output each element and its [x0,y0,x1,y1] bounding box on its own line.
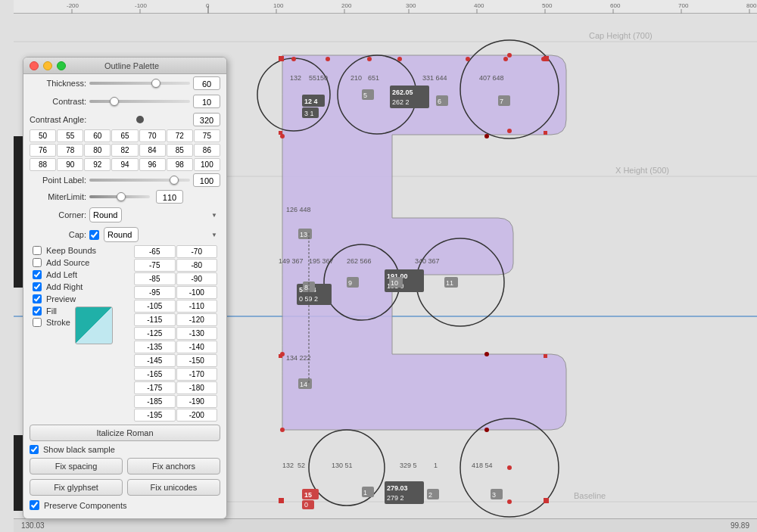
num-cell[interactable]: 82 [111,144,138,157]
neg-cell[interactable]: -190 [176,395,218,408]
num-cell[interactable]: 80 [84,144,111,157]
fix-spacing-button[interactable]: Fix spacing [30,458,123,474]
neg-cell[interactable]: -150 [176,354,218,367]
num-cell[interactable]: 94 [111,158,138,171]
num-cell[interactable]: 98 [167,158,193,171]
add-left-checkbox[interactable] [33,270,42,279]
show-black-checkbox[interactable] [30,445,39,454]
neg-cell[interactable]: -85 [134,272,176,285]
num-cell[interactable]: 55 [57,129,83,142]
neg-cell[interactable]: -100 [176,286,218,299]
svg-rect-78 [279,498,284,503]
num-cell[interactable]: 96 [139,158,166,171]
angle-indicator[interactable] [136,116,144,123]
num-cell[interactable]: 84 [139,144,166,157]
thickness-slider[interactable] [89,82,190,85]
add-source-checkbox[interactable] [33,258,42,267]
point-label-value[interactable]: 100 [193,173,220,187]
cap-select[interactable]: Round Butt Square [104,227,139,242]
add-right-label: Add Right [46,282,83,291]
miter-limit-slider[interactable] [89,195,150,198]
cap-checkbox[interactable] [89,230,99,240]
svg-point-95 [507,499,512,504]
fix-glyphset-button[interactable]: Fix glyphset [30,479,123,496]
svg-point-98 [280,134,285,138]
preview-checkbox[interactable] [33,294,42,303]
point-label-slider[interactable] [89,179,190,182]
miter-limit-row: MiterLimit: 110 [23,188,226,205]
neg-cell[interactable]: -130 [176,327,218,340]
close-button[interactable] [30,61,39,70]
contrast-angle-row: Contrast Angle: 320 [23,110,226,129]
contrast-label: Contrast: [30,97,86,106]
neg-cell[interactable]: -110 [176,300,218,313]
neg-cell[interactable]: -180 [176,381,218,394]
neg-cell[interactable]: -80 [176,259,218,272]
neg-cell[interactable]: -95 [134,286,176,299]
num-cell[interactable]: 65 [111,129,138,142]
neg-cell[interactable]: -70 [176,245,218,258]
neg-cell[interactable]: -200 [176,409,218,422]
keep-bounds-checkbox[interactable] [33,246,42,255]
neg-cell[interactable]: -65 [134,245,176,258]
miter-limit-value[interactable]: 110 [156,190,183,204]
neg-cell[interactable]: -135 [134,341,176,353]
neg-cell[interactable]: -90 [176,272,218,285]
keep-bounds-label: Keep Bounds [46,246,96,255]
svg-rect-77 [279,56,284,61]
fill-checkbox[interactable] [33,306,42,316]
corner-select[interactable]: Round Miter Bevel [89,207,122,222]
num-cell[interactable]: 72 [167,129,193,142]
neg-cell[interactable]: -75 [134,259,176,272]
num-cell[interactable]: 78 [57,144,83,157]
svg-text:7: 7 [500,98,503,105]
main-content-area: Keep Bounds Add Source Add Left Add Righ… [23,244,226,422]
svg-text:262.05: 262.05 [392,89,413,96]
num-cell[interactable]: 60 [84,129,111,142]
fix-unicodes-button[interactable]: Fix unicodes [127,479,220,496]
svg-text:6: 6 [438,98,441,105]
num-cell[interactable]: 88 [30,158,56,171]
num-cell[interactable]: 92 [84,158,111,171]
neg-cell[interactable]: -105 [134,300,176,313]
thickness-value[interactable]: 60 [193,76,220,90]
num-cell[interactable]: 100 [194,158,220,171]
num-cell[interactable]: 76 [30,144,56,157]
svg-text:12 4: 12 4 [304,98,318,105]
neg-cell[interactable]: -185 [134,395,176,408]
neg-cell[interactable]: -125 [134,327,176,340]
neg-cell[interactable]: -115 [134,313,176,326]
neg-cell[interactable]: -120 [176,313,218,326]
svg-text:400: 400 [474,2,484,9]
add-right-checkbox[interactable] [33,282,42,291]
svg-text:262 566: 262 566 [347,257,372,265]
italicize-roman-button[interactable]: Italicize Roman [30,425,220,441]
neg-cell[interactable]: -195 [134,409,176,422]
num-cell[interactable]: 90 [57,158,83,171]
svg-text:279.03: 279.03 [387,484,408,492]
contrast-slider[interactable] [89,100,190,103]
stroke-checkbox[interactable] [33,318,42,327]
contrast-angle-value[interactable]: 320 [193,113,220,126]
svg-text:3 1: 3 1 [304,110,314,117]
palette-title: Outline Palette [43,61,220,70]
neg-cell[interactable]: -140 [176,341,218,353]
num-cell[interactable]: 70 [139,129,166,142]
num-cell[interactable]: 85 [167,144,193,157]
contrast-value[interactable]: 10 [193,95,220,108]
num-cell[interactable]: 75 [194,129,220,142]
fix-anchors-button[interactable]: Fix anchors [127,458,220,474]
neg-cell[interactable]: -145 [134,354,176,367]
neg-grid: -65 -70 -75 -80 -85 -90 -95 -100 -105 -1… [128,244,223,422]
svg-point-102 [280,428,285,432]
num-cell[interactable]: 86 [194,144,220,157]
color-preview[interactable] [75,306,113,344]
svg-rect-84 [544,354,547,358]
num-cell[interactable]: 50 [30,129,56,142]
neg-cell[interactable]: -170 [176,368,218,381]
preserve-components-checkbox[interactable] [30,500,39,510]
miter-limit-label: MiterLimit: [30,192,86,201]
neg-cell[interactable]: -165 [134,368,176,381]
neg-cell[interactable]: -175 [134,381,176,394]
svg-text:418 54: 418 54 [472,462,493,469]
